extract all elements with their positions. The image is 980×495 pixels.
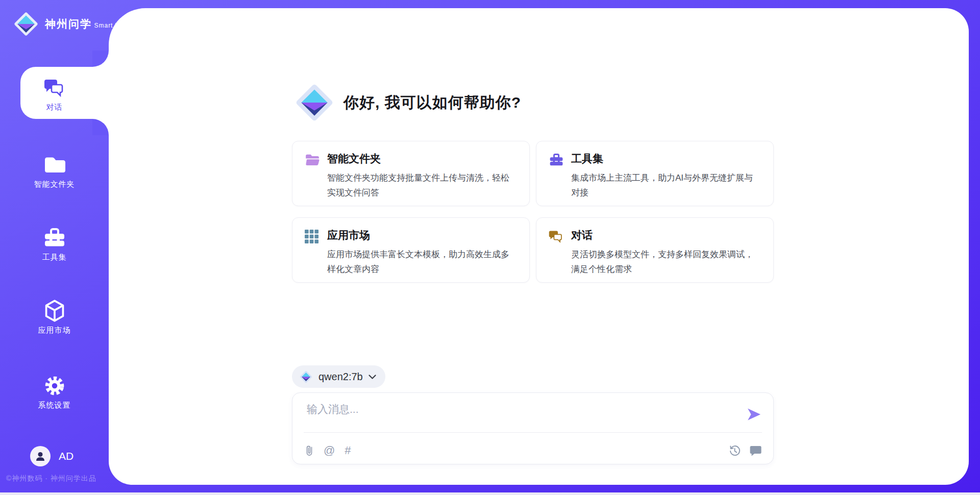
chat-mode-button[interactable] <box>749 445 762 456</box>
card-title: 工具集 <box>571 152 761 166</box>
brand: 神州问学 Smart Vision <box>12 10 135 38</box>
model-selector[interactable]: qwen2:7b <box>292 365 385 388</box>
sidebar-item-smart-folder[interactable]: 智能文件夹 <box>0 153 109 189</box>
user-account[interactable]: AD <box>30 446 74 466</box>
sidebar-item-label: 智能文件夹 <box>0 180 109 189</box>
chevron-down-icon <box>369 375 376 379</box>
hero-logo-diamond-icon <box>293 82 335 123</box>
card-description: 灵活切换多模型文件，支持多样回复效果调试，满足个性化需求 <box>571 247 761 277</box>
sidebar-item-label: 工具集 <box>0 253 109 262</box>
chat-bubbles-icon <box>0 76 109 100</box>
app-grid-icon <box>305 228 320 272</box>
model-name: qwen2:7b <box>318 371 363 383</box>
toolbox-icon <box>0 226 109 250</box>
greeting-title: 你好, 我可以如何帮助你? <box>344 92 521 113</box>
card-title: 对话 <box>571 228 761 242</box>
cube-icon <box>0 299 109 323</box>
card-title: 应用市场 <box>327 228 517 242</box>
brand-name-en: Smart Vision <box>94 22 135 29</box>
active-tab-fillet-top <box>92 51 109 67</box>
history-button[interactable] <box>728 444 741 457</box>
chat-bubble-icon <box>749 445 762 456</box>
model-logo-diamond-icon <box>299 370 313 384</box>
send-icon <box>746 408 762 421</box>
hero: 你好, 我可以如何帮助你? <box>293 82 521 123</box>
chat-bubbles-icon <box>549 228 564 272</box>
bottom-edge-strip <box>0 492 980 495</box>
card-description: 集成市场上主流工具，助力AI与外界无缝扩展与对接 <box>571 170 761 200</box>
sidebar-item-app-market[interactable]: 应用市场 <box>0 299 109 335</box>
mention-button[interactable]: @ <box>324 445 335 456</box>
attach-file-button[interactable] <box>305 444 314 457</box>
card-description: 智能文件夹功能支持批量文件上传与清洗，轻松实现文件问答 <box>327 170 517 200</box>
sidebar-item-settings[interactable]: 系统设置 <box>0 374 109 410</box>
card-chat[interactable]: 对话 灵活切换多模型文件，支持多样回复效果调试，满足个性化需求 <box>536 217 774 283</box>
avatar <box>30 446 51 466</box>
history-clock-icon <box>728 444 741 457</box>
hashtag-button[interactable]: # <box>345 445 351 456</box>
composer-divider <box>304 432 762 433</box>
brand-name-cn: 神州问学 <box>45 18 92 30</box>
message-input[interactable] <box>306 401 738 430</box>
card-description: 应用市场提供丰富长文本模板，助力高效生成多样化文章内容 <box>327 247 517 277</box>
card-title: 智能文件夹 <box>327 152 517 166</box>
sidebar-item-label: 系统设置 <box>0 401 109 410</box>
folder-icon <box>0 153 109 177</box>
sidebar-item-label: 对话 <box>0 103 109 112</box>
copyright-text: ©神州数码 · 神州问学出品 <box>6 474 96 483</box>
sidebar-item-label: 应用市场 <box>0 326 109 335</box>
folder-open-icon <box>305 152 320 195</box>
composer-toolbar: @ # <box>305 442 762 459</box>
feature-cards: 智能文件夹 智能文件夹功能支持批量文件上传与清洗，轻松实现文件问答 工具集 集成… <box>292 141 774 283</box>
card-smart-folder[interactable]: 智能文件夹 智能文件夹功能支持批量文件上传与清洗，轻松实现文件问答 <box>292 141 530 206</box>
card-app-market[interactable]: 应用市场 应用市场提供丰富长文本模板，助力高效生成多样化文章内容 <box>292 217 530 283</box>
sidebar-item-toolset[interactable]: 工具集 <box>0 226 109 262</box>
active-tab-fillet-bottom <box>92 119 109 135</box>
send-button[interactable] <box>746 406 762 423</box>
user-initials: AD <box>59 450 74 462</box>
app-root: 神州问学 Smart Vision 对话 智能文件夹 <box>0 0 980 495</box>
card-toolset[interactable]: 工具集 集成市场上主流工具，助力AI与外界无缝扩展与对接 <box>536 141 774 206</box>
paperclip-icon <box>305 444 314 457</box>
message-composer: @ # <box>292 392 774 464</box>
sidebar-item-chat[interactable]: 对话 <box>0 76 109 112</box>
brand-logo-diamond-icon <box>12 10 40 38</box>
gear-icon <box>0 374 109 398</box>
toolbox-icon <box>549 152 564 195</box>
